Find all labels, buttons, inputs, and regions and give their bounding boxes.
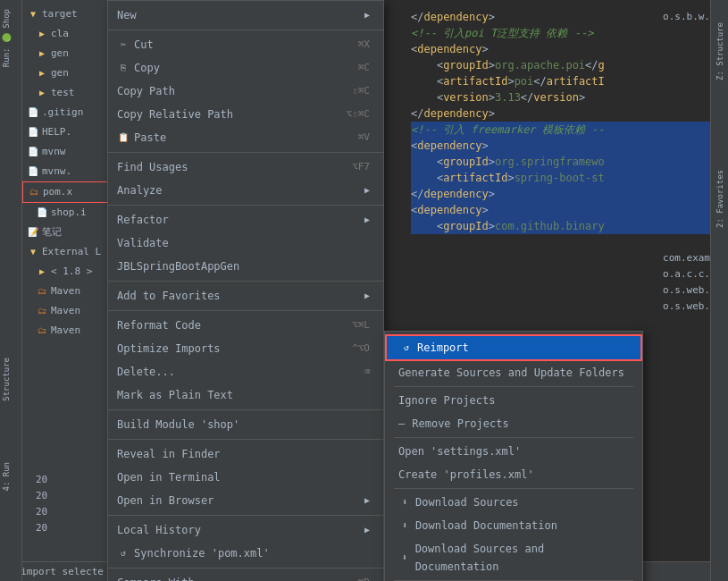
tree-item-pom[interactable]: 🗂 pom.x <box>22 181 115 203</box>
menu-item-add-favorites[interactable]: Add to Favorites ▶ <box>108 284 383 307</box>
maven-submenu: ↺ Reimport Generate Sources and Update F… <box>384 331 643 581</box>
menu-separator <box>108 409 383 410</box>
tree-item-mvnw2[interactable]: 📄 mvnw. <box>22 162 115 181</box>
menu-item-build-module[interactable]: Build Module 'shop' <box>108 413 383 436</box>
tree-item-target[interactable]: ▼ target <box>22 4 115 24</box>
submenu-item-reimport[interactable]: ↺ Reimport <box>385 334 642 361</box>
file-icon: 📄 <box>27 106 39 119</box>
run-label: Run: 🟢 Shop <box>2 9 11 67</box>
tree-item-help[interactable]: 📄 HELP. <box>22 122 115 142</box>
menu-separator <box>108 439 383 440</box>
paste-icon: 📋 <box>117 131 130 144</box>
tree-item-maven1[interactable]: 🗂 Maven <box>22 282 115 301</box>
maven-icon: 🗂 <box>36 305 48 317</box>
tree-item-notes[interactable]: 📝 笔记 <box>22 223 115 242</box>
run-number: 20 <box>36 488 47 504</box>
menu-item-reveal-finder[interactable]: Reveal in Finder <box>108 442 383 466</box>
download-icon: ⬇ <box>398 519 411 532</box>
pom-icon: 🗂 <box>28 186 40 198</box>
submenu-item-ignore-projects[interactable]: Ignore Projects <box>385 389 642 412</box>
file-icon: 📝 <box>27 226 39 239</box>
cut-icon: ✂ <box>117 38 130 51</box>
submenu-item-create-profiles-xml[interactable]: Create 'profiles.xml' <box>385 463 642 486</box>
tree-item-shop[interactable]: 📄 shop.i <box>22 203 115 223</box>
tree-item-gitign[interactable]: 📄 .gitign <box>22 103 115 122</box>
menu-item-new[interactable]: New ▶ <box>108 4 383 27</box>
folder-icon: ▶ <box>36 67 48 80</box>
submenu-item-download-sources[interactable]: ⬇ Download Sources <box>385 491 642 514</box>
menu-separator <box>108 310 383 311</box>
file-icon: 📄 <box>27 165 39 178</box>
menu-item-mark-plain[interactable]: Mark as Plain Text <box>108 383 383 407</box>
submenu-item-download-both[interactable]: ⬇ Download Sources and Documentation <box>385 537 642 578</box>
menu-separator <box>108 281 383 282</box>
tree-item-cla[interactable]: ▶ cla <box>22 24 115 44</box>
tree-item-gen1[interactable]: ▶ gen <box>22 44 115 63</box>
reimport-icon: ↺ <box>400 341 413 354</box>
file-tree: ▼ target ▶ cla ▶ gen ▶ gen ▶ test 📄 .git… <box>22 0 115 345</box>
tree-item-gen2[interactable]: ▶ gen <box>22 63 115 83</box>
context-menu: New ▶ ✂ Cut ⌘X ⎘ Copy ⌘C Copy Path ⇧⌘C C… <box>107 0 384 581</box>
right-code-value: o.s.web. <box>603 299 710 315</box>
menu-separator <box>108 205 383 206</box>
z-panel: Z: Structure 2: Favorites <box>710 0 728 581</box>
arrow-icon: ▶ <box>364 287 370 305</box>
menu-item-compare[interactable]: Compare With... ⌘D <box>108 571 383 581</box>
tree-item-external[interactable]: ▼ External L <box>22 242 115 262</box>
sync-icon: ↺ <box>117 547 130 560</box>
right-code-value: o.a.c.c. <box>603 266 710 282</box>
right-code-value: o.s.web. <box>603 282 710 299</box>
bottom-bar-text: Reimport selecte <box>9 566 104 577</box>
menu-separator <box>394 437 633 438</box>
submenu-item-download-docs[interactable]: ⬇ Download Documentation <box>385 514 642 537</box>
menu-item-open-terminal[interactable]: Open in Terminal <box>108 466 383 489</box>
arrow-icon: ▶ <box>364 211 370 229</box>
menu-item-copy-path[interactable]: Copy Path ⇧⌘C <box>108 80 383 103</box>
menu-item-paste[interactable]: 📋 Paste ⌘V <box>108 126 383 149</box>
menu-item-analyze[interactable]: Analyze ▶ <box>108 179 383 202</box>
folder-icon: ▶ <box>36 265 48 278</box>
menu-item-copy[interactable]: ⎘ Copy ⌘C <box>108 56 383 80</box>
file-icon: 📄 <box>27 126 39 139</box>
download-icon: ⬇ <box>398 496 411 509</box>
menu-item-synchronize[interactable]: ↺ Synchronize 'pom.xml' <box>108 542 383 565</box>
menu-item-open-browser[interactable]: Open in Browser ▶ <box>108 489 383 512</box>
file-icon: 📄 <box>27 146 39 158</box>
menu-item-jbl[interactable]: JBLSpringBootAppGen <box>108 255 383 278</box>
submenu-item-remove-projects[interactable]: — Remove Projects <box>385 412 642 435</box>
submenu-item-gen-sources[interactable]: Generate Sources and Update Folders <box>385 361 642 384</box>
folder-icon: ▼ <box>27 246 39 258</box>
menu-item-validate[interactable]: Validate <box>108 232 383 255</box>
tree-item-mvnw[interactable]: 📄 mvnw <box>22 142 115 162</box>
run-numbers-panel: 20 20 20 20 <box>36 472 47 536</box>
folder-icon: ▶ <box>36 47 48 60</box>
arrow-icon: ▶ <box>364 492 370 509</box>
right-code-value: com.exam <box>603 250 710 266</box>
right-code-panel: o.s.b.w. com.exam o.a.c.c. o.s.web. o.s.… <box>603 0 710 315</box>
arrow-icon: ▶ <box>364 6 370 24</box>
arrow-icon: ▶ <box>364 181 370 199</box>
tree-item-maven2[interactable]: 🗂 Maven <box>22 301 115 321</box>
run-number-label: 4: Run <box>2 462 11 492</box>
maven-icon: 🗂 <box>36 285 48 298</box>
side-toolbar: Run: 🟢 Shop Structure 4: Run <box>0 0 22 581</box>
menu-item-find-usages[interactable]: Find Usages ⌥F7 <box>108 156 383 179</box>
menu-separator <box>394 386 633 387</box>
submenu-item-open-settings-xml[interactable]: Open 'settings.xml' <box>385 440 642 463</box>
folder-icon: ▼ <box>27 8 39 21</box>
tree-item-maven3[interactable]: 🗂 Maven <box>22 321 115 341</box>
menu-item-reformat[interactable]: Reformat Code ⌥⌘L <box>108 314 383 337</box>
menu-item-optimize[interactable]: Optimize Imports ^⌥O <box>108 337 383 360</box>
menu-item-copy-rel-path[interactable]: Copy Relative Path ⌥⇧⌘C <box>108 103 383 126</box>
menu-item-local-history[interactable]: Local History ▶ <box>108 518 383 542</box>
menu-item-delete[interactable]: Delete... ⌫ <box>108 360 383 383</box>
menu-separator <box>394 488 633 489</box>
tree-item-test[interactable]: ▶ test <box>22 83 115 103</box>
tree-item-jdk[interactable]: ▶ < 1.8 > <box>22 262 115 282</box>
z-panel-favorites: 2: Favorites <box>715 170 724 228</box>
menu-item-cut[interactable]: ✂ Cut ⌘X <box>108 33 383 56</box>
run-number: 20 <box>36 472 47 488</box>
menu-item-refactor[interactable]: Refactor ▶ <box>108 208 383 232</box>
copy-icon: ⎘ <box>117 62 130 74</box>
menu-separator <box>108 515 383 516</box>
